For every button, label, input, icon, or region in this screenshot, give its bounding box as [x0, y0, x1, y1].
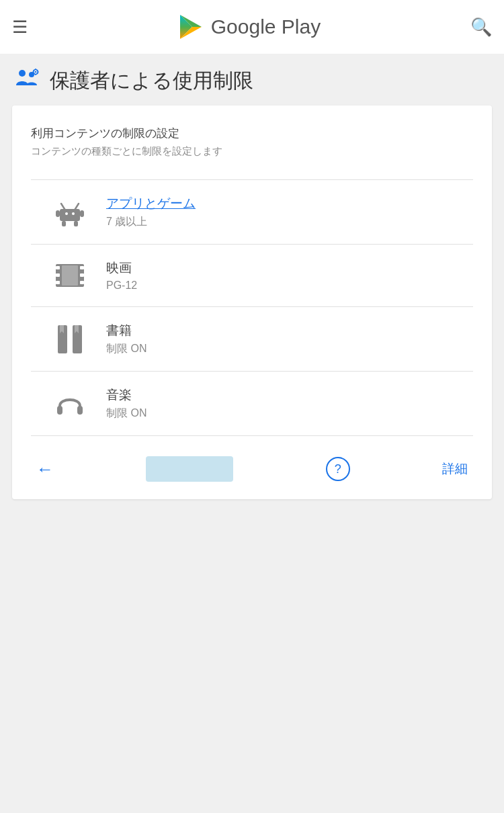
- film-icon: [50, 263, 90, 288]
- section-title: 利用コンテンツの制限の設定: [31, 126, 473, 141]
- apps-games-item[interactable]: アプリとゲーム 7 歳以上: [31, 179, 473, 244]
- svg-rect-23: [56, 266, 60, 269]
- svg-rect-18: [62, 221, 66, 226]
- headphones-icon: [50, 388, 90, 419]
- parental-controls-icon: [15, 68, 40, 95]
- svg-rect-19: [74, 221, 78, 226]
- section-subtitle: コンテンツの種類ごとに制限を設定します: [31, 145, 473, 158]
- main-card: 利用コンテンツの制限の設定 コンテンツの種類ごとに制限を設定します: [12, 105, 492, 499]
- pin-input-box[interactable]: [146, 456, 233, 482]
- music-label: 音楽: [106, 386, 146, 404]
- app-title: Google Play: [211, 15, 321, 38]
- svg-line-9: [34, 70, 34, 71]
- svg-point-1: [19, 70, 26, 77]
- svg-line-11: [34, 73, 34, 73]
- svg-line-10: [37, 73, 38, 73]
- svg-line-14: [61, 204, 65, 209]
- svg-rect-26: [80, 266, 84, 269]
- apps-games-label[interactable]: アプリとゲーム: [106, 195, 196, 212]
- back-button[interactable]: ←: [36, 459, 54, 480]
- svg-rect-21: [80, 210, 84, 217]
- svg-rect-20: [56, 210, 60, 217]
- music-item[interactable]: 音楽 制限 ON: [31, 371, 473, 435]
- apps-games-text: アプリとゲーム 7 歳以上: [106, 195, 196, 229]
- app-header: ☰: [0, 0, 504, 54]
- hamburger-menu-icon[interactable]: ☰: [12, 17, 28, 38]
- svg-point-17: [72, 212, 75, 215]
- music-text: 音楽 制限 ON: [106, 386, 146, 421]
- books-item[interactable]: 書籍 制限 ON: [31, 306, 473, 371]
- svg-rect-35: [77, 406, 83, 415]
- svg-rect-29: [62, 265, 78, 286]
- help-icon: ?: [335, 462, 341, 476]
- svg-rect-25: [56, 281, 60, 284]
- svg-line-12: [37, 70, 38, 71]
- play-logo-icon: [177, 13, 204, 40]
- search-icon[interactable]: 🔍: [470, 17, 492, 38]
- help-button[interactable]: ?: [326, 457, 350, 481]
- svg-rect-34: [57, 406, 62, 415]
- svg-rect-13: [60, 209, 80, 221]
- page-title-bar: 保護者による使用制限: [0, 54, 504, 105]
- books-text: 書籍 制限 ON: [106, 322, 146, 356]
- header-center: Google Play: [177, 13, 321, 40]
- books-label: 書籍: [106, 322, 146, 339]
- android-icon: [50, 197, 90, 228]
- svg-line-15: [75, 204, 79, 209]
- card-footer: ← ? 詳細: [31, 441, 473, 499]
- footer-divider: [31, 435, 473, 436]
- apps-games-value: 7 歳以上: [106, 215, 196, 229]
- svg-rect-24: [56, 273, 60, 277]
- books-value: 制限 ON: [106, 342, 146, 356]
- movies-value: PG-12: [106, 280, 137, 292]
- music-value: 制限 ON: [106, 406, 146, 421]
- svg-point-4: [35, 71, 36, 72]
- movies-label: 映画: [106, 259, 137, 277]
- detail-link[interactable]: 詳細: [442, 460, 468, 478]
- movies-item[interactable]: 映画 PG-12: [31, 244, 473, 306]
- svg-point-16: [65, 212, 68, 215]
- movies-text: 映画 PG-12: [106, 259, 137, 292]
- page-title: 保護者による使用制限: [50, 67, 253, 95]
- svg-rect-28: [80, 281, 84, 284]
- svg-rect-27: [80, 273, 84, 277]
- book-icon: [50, 324, 90, 355]
